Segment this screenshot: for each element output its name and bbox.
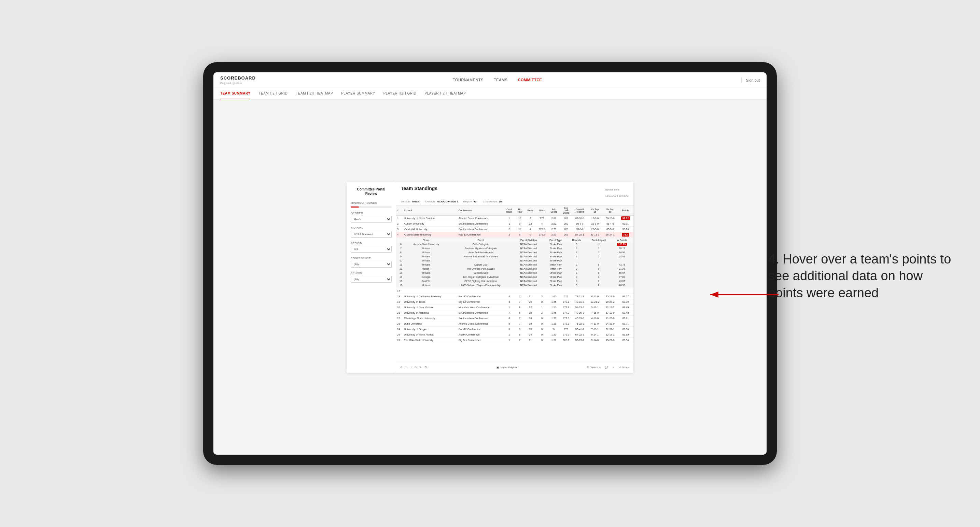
standings-title: Team Standings: [401, 186, 438, 191]
col-rank: #: [396, 205, 403, 216]
col-wins: Wins: [536, 205, 548, 216]
main-content: Committee Portal Review Minimum Rounds G…: [213, 100, 767, 455]
tab-team-h2h-heatmap[interactable]: TEAM H2H HEATMAP: [296, 88, 333, 99]
table-row: 2 Auburn University Southeastern Confere…: [396, 221, 633, 227]
toolbar-left: ↺ ↻ ↑ ⧉ ✎ ⏱: [400, 366, 427, 369]
share-button[interactable]: ↗ Share: [619, 366, 629, 369]
annotation-text: 4. Hover over a team's points to see add…: [768, 251, 959, 302]
col-vs-top25: Vs Top25: [587, 205, 603, 216]
watch-button[interactable]: 👁 Watch ▾: [587, 366, 600, 369]
sidebar-min-rounds: Minimum Rounds: [351, 202, 392, 208]
gender-select[interactable]: Men's: [351, 216, 392, 222]
time-button[interactable]: ⏱: [425, 366, 427, 369]
slider-container: [351, 206, 392, 208]
expanded-row: 6 Arizona State University Calle Collegi…: [398, 242, 632, 246]
filter-division: Division: NCAA Division I: [425, 200, 458, 203]
share-icon: ↗: [619, 366, 621, 369]
col-no-tour: NoTour: [515, 205, 525, 216]
rounds-slider[interactable]: [351, 206, 392, 208]
nav-teams[interactable]: TEAMS: [494, 76, 508, 83]
up-button[interactable]: ↑: [410, 366, 412, 369]
sidebar-division: Division NCAA Division I: [351, 227, 392, 238]
sidebar-gender: Gender Men's: [351, 212, 392, 222]
expanded-row: 8 Univers Amer An Intercollegiate NCAA D…: [398, 251, 632, 255]
col-adj-score: Adj.Score: [548, 205, 560, 216]
expanded-row: 11 Univers Copper Cup NCAA Division I Ma…: [398, 263, 632, 267]
sidebar-gender-label: Gender: [351, 212, 392, 215]
filter-conference: Conference: All: [483, 200, 503, 203]
table-row: 17: [396, 289, 633, 294]
col-bnds: Bnds: [525, 205, 536, 216]
portal-title: Committee Portal Review: [351, 187, 392, 196]
expanded-row: 10 Univers NCAA Division I Stroke Play: [398, 259, 632, 263]
portal-card: Committee Portal Review Minimum Rounds G…: [347, 182, 633, 373]
table-header-row: # School Conference ConfRank NoTour Bnds…: [396, 205, 633, 216]
table-row: 23 Duke University Atlantic Coast Confer…: [396, 321, 633, 327]
update-time-value: 13/03/2024 10:03:42: [605, 194, 628, 197]
copy-button[interactable]: ⧉: [415, 366, 417, 369]
view-icon: ▣: [496, 366, 499, 369]
filter-gender: Gender: Men's: [401, 200, 420, 203]
tab-team-summary[interactable]: TEAM SUMMARY: [220, 88, 250, 99]
sidebar-conference-label: Conference: [351, 257, 392, 260]
col-points: Points: [618, 205, 633, 216]
sidebar-region-label: Region: [351, 242, 392, 245]
tablet-screen: SCOREBOARD Powered by clippi TOURNAMENTS…: [213, 72, 767, 455]
nav-right: | Sign out: [739, 77, 760, 83]
division-select[interactable]: NCAA Division I: [351, 231, 392, 238]
tab-player-h2h-grid[interactable]: PLAYER H2H GRID: [383, 88, 417, 99]
col-conference: Conference: [458, 205, 504, 216]
update-time-block: Update time: 13/03/2024 10:03:42: [605, 186, 628, 198]
expanded-detail-table: Team Event Event Division Event Type Rou…: [398, 238, 632, 287]
sidebar-conference: Conference (All): [351, 257, 392, 268]
undo-button[interactable]: ↺: [400, 366, 402, 369]
nav-tournaments[interactable]: TOURNAMENTS: [453, 76, 484, 83]
nav-links: TOURNAMENTS TEAMS COMMITTEE: [453, 76, 542, 83]
col-avg-low: AvgLowScore: [560, 205, 572, 216]
table-container[interactable]: # School Conference ConfRank NoTour Bnds…: [396, 205, 633, 362]
view-original-button[interactable]: ▣ View: Original: [496, 366, 517, 369]
sidebar-school-label: School: [351, 272, 392, 275]
tab-team-h2h-grid[interactable]: TEAM H2H GRID: [258, 88, 288, 99]
sidebar-region: Region N/A: [351, 242, 392, 252]
expanded-row: 16 Univers 2023 Sahalee Players Champion…: [398, 283, 632, 287]
expand-button[interactable]: ⤢: [612, 366, 615, 369]
table-row: 20 University of New Mexico Mountain Wes…: [396, 305, 633, 310]
table-row: 24 University of Oregon Pac-12 Conferenc…: [396, 327, 633, 332]
sub-nav: TEAM SUMMARY TEAM H2H GRID TEAM H2H HEAT…: [213, 87, 767, 100]
arrow-indicator: [707, 288, 782, 303]
view-label: View: Original: [501, 366, 517, 369]
tab-player-summary[interactable]: PLAYER SUMMARY: [341, 88, 375, 99]
logo-area: SCOREBOARD Powered by clippi: [220, 75, 256, 85]
slider-fill: [351, 206, 359, 208]
tab-player-h2h-heatmap[interactable]: PLAYER H2H HEATMAP: [425, 88, 466, 99]
table-row: 19 University of Texas Big 12 Conference…: [396, 299, 633, 305]
table-row: 26 The Ohio State University Big Ten Con…: [396, 338, 633, 343]
logo-sub: Powered by clippi: [220, 82, 256, 85]
tablet-shell: SCOREBOARD Powered by clippi TOURNAMENTS…: [203, 62, 777, 465]
table-row: 21 University of Alabama Southeastern Co…: [396, 310, 633, 316]
table-row: 1 University of North Carolina Atlantic …: [396, 216, 633, 221]
col-vs-top50: Vs Top50: [603, 205, 618, 216]
expanded-row: 9 Univers National Invitational Tourname…: [398, 255, 632, 259]
conference-select[interactable]: (All): [351, 261, 392, 268]
nav-committee[interactable]: COMMITTEE: [518, 76, 542, 83]
filter-region: Region: All: [463, 200, 477, 203]
edit-button[interactable]: ✎: [419, 366, 422, 369]
sign-out-button[interactable]: Sign out: [746, 78, 760, 82]
region-select[interactable]: N/A: [351, 246, 392, 252]
table-row: 22 Mississippi State University Southeas…: [396, 316, 633, 321]
sidebar-school: School (All): [351, 272, 392, 283]
feedback-button[interactable]: 💬: [605, 366, 608, 369]
watch-chevron: ▾: [599, 366, 601, 369]
col-school: School: [403, 205, 458, 216]
portal-sidebar: Committee Portal Review Minimum Rounds G…: [347, 182, 396, 373]
school-select[interactable]: (All): [351, 276, 392, 283]
expanded-row: 14 Georgia Ben Hogan Collegiate Invitati…: [398, 275, 632, 279]
sidebar-division-label: Division: [351, 227, 392, 230]
table-row: 18 University of California, Berkeley Pa…: [396, 294, 633, 299]
redo-button[interactable]: ↻: [405, 366, 408, 369]
filter-row: Gender: Men's Division: NCAA Division I …: [401, 200, 628, 203]
table-row-highlighted[interactable]: 4 Arizona State University Pac-12 Confer…: [396, 232, 633, 238]
portal-main: Team Standings Update time: 13/03/2024 1…: [396, 182, 633, 373]
